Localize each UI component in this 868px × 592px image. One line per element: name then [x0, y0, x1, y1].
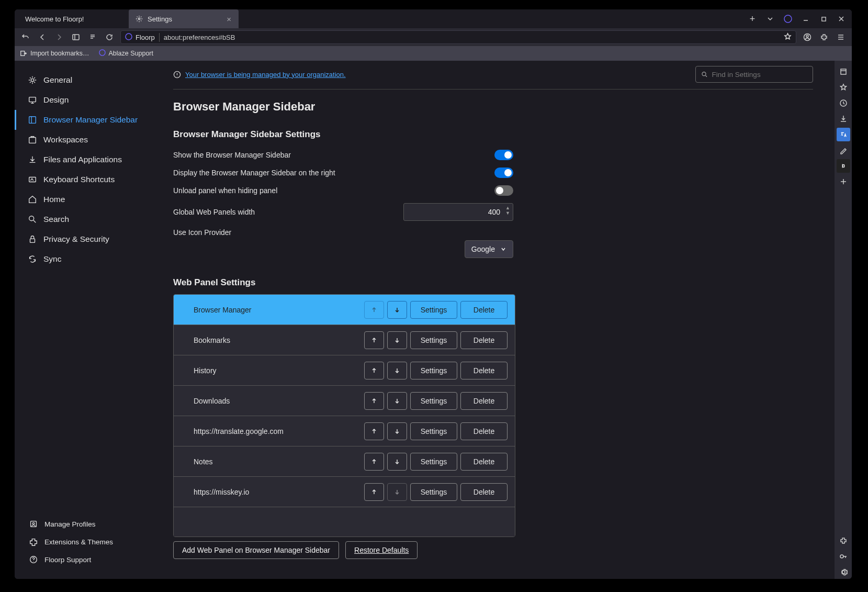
- panel-delete-button[interactable]: Delete: [460, 453, 508, 471]
- tabbar-right-controls: +: [746, 9, 852, 28]
- move-up-button[interactable]: [364, 392, 384, 410]
- identity-box[interactable]: Floorp: [125, 33, 160, 42]
- sidebar-item-general[interactable]: General: [15, 70, 152, 90]
- sidebar-item-sync[interactable]: Sync: [15, 249, 152, 269]
- panel-delete-button[interactable]: Delete: [460, 331, 508, 349]
- panel-row[interactable]: DownloadsSettingsDelete: [174, 386, 515, 416]
- move-down-button[interactable]: [387, 453, 407, 471]
- panel-settings-button[interactable]: Settings: [410, 483, 457, 501]
- sidebar-floorp-support[interactable]: Floorp Support: [15, 551, 152, 568]
- move-up-button[interactable]: [364, 362, 384, 379]
- sidebar-extensions-themes[interactable]: Extensions & Themes: [15, 533, 152, 551]
- sidebar-item-files-applications[interactable]: Files and Applications: [15, 150, 152, 170]
- rail-downloads-icon[interactable]: [837, 112, 850, 126]
- move-up-button[interactable]: [364, 483, 384, 501]
- rail-misskey-icon[interactable]: [837, 159, 850, 173]
- sidebar-toggle-button[interactable]: [68, 30, 84, 44]
- panel-name: https://translate.google.com: [194, 427, 361, 435]
- panel-delete-button[interactable]: Delete: [460, 392, 508, 410]
- restore-defaults-button[interactable]: Restore Defaults: [345, 541, 418, 559]
- add-web-panel-button[interactable]: Add Web Panel on Browser Manager Sidebar: [173, 541, 339, 559]
- panel-row[interactable]: BookmarksSettingsDelete: [174, 325, 515, 355]
- rail-add-button[interactable]: [837, 175, 850, 188]
- panel-settings-button[interactable]: Settings: [410, 301, 457, 319]
- panel-row[interactable]: HistorySettingsDelete: [174, 355, 515, 386]
- panel-row[interactable]: https://misskey.ioSettingsDelete: [174, 477, 515, 507]
- sidebar-item-workspaces[interactable]: Workspaces: [15, 130, 152, 150]
- panel-delete-button[interactable]: Delete: [460, 483, 508, 501]
- account-button[interactable]: [799, 30, 815, 44]
- sidebar-item-search[interactable]: Search: [15, 209, 152, 229]
- close-icon[interactable]: ×: [226, 15, 232, 24]
- panel-row[interactable]: NotesSettingsDelete: [174, 446, 515, 477]
- panel-row[interactable]: https://translate.google.comSettingsDele…: [174, 416, 515, 446]
- panel-settings-button[interactable]: Settings: [410, 331, 457, 349]
- rail-extensions-icon[interactable]: [837, 534, 850, 548]
- back-button[interactable]: [35, 30, 50, 44]
- sidebar-item-design[interactable]: Design: [15, 90, 152, 110]
- find-input[interactable]: [712, 71, 807, 79]
- move-down-button[interactable]: [387, 331, 407, 349]
- sidebar-item-keyboard-shortcuts[interactable]: Keyboard Shortcuts: [15, 170, 152, 189]
- content-header: Your browser is being managed by your or…: [173, 61, 813, 90]
- panel-delete-button[interactable]: Delete: [460, 362, 508, 379]
- forward-button[interactable]: [51, 30, 67, 44]
- toggle-unload-panel[interactable]: [494, 185, 513, 196]
- bookmark-star-icon[interactable]: [784, 32, 792, 42]
- sidebar-item-home[interactable]: Home: [15, 189, 152, 209]
- sidebar-item-label: Keyboard Shortcuts: [43, 175, 115, 184]
- reload-button[interactable]: [102, 30, 117, 44]
- icon-provider-dropdown[interactable]: Google: [465, 240, 513, 258]
- window-minimize-button[interactable]: [799, 13, 812, 25]
- url-bar[interactable]: Floorp about:preferences#bSB: [120, 30, 796, 44]
- toggle-show-sidebar[interactable]: [494, 150, 513, 160]
- move-down-button[interactable]: [387, 301, 407, 319]
- panel-delete-button[interactable]: Delete: [460, 422, 508, 440]
- rail-history-icon[interactable]: [837, 96, 850, 110]
- panel-name: Browser Manager: [194, 306, 361, 314]
- panel-delete-button[interactable]: Delete: [460, 301, 508, 319]
- sidebar-item-privacy-security[interactable]: Privacy & Security: [15, 229, 152, 249]
- ablaze-support-bookmark[interactable]: Ablaze Support: [99, 49, 153, 58]
- tab-welcome[interactable]: Welcome to Floorp!: [19, 9, 129, 28]
- move-up-button[interactable]: [364, 453, 384, 471]
- app-menu-button[interactable]: [833, 30, 849, 44]
- move-up-button[interactable]: [364, 331, 384, 349]
- tab-dropdown-button[interactable]: [764, 13, 776, 25]
- window-close-button[interactable]: [835, 13, 848, 25]
- sidebar-item-browser-manager-sidebar[interactable]: Browser Manager Sidebar: [15, 110, 152, 130]
- number-spinner-icon[interactable]: ▲▼: [505, 205, 510, 216]
- rail-translate-icon[interactable]: [837, 128, 850, 141]
- undo-close-tab-button[interactable]: [18, 30, 33, 44]
- move-down-button[interactable]: [387, 392, 407, 410]
- panel-settings-button[interactable]: Settings: [410, 362, 457, 379]
- toggle-sidebar-right[interactable]: [494, 167, 513, 178]
- panel-row[interactable]: Browser ManagerSettingsDelete: [174, 295, 515, 325]
- window-maximize-button[interactable]: [817, 13, 830, 25]
- reader-view-button[interactable]: [85, 30, 100, 44]
- panel-settings-button[interactable]: Settings: [410, 453, 457, 471]
- tab-settings[interactable]: Settings ×: [129, 9, 239, 28]
- tab-bar: Welcome to Floorp! Settings × +: [15, 9, 852, 28]
- panel-width-input[interactable]: [403, 203, 513, 221]
- import-bookmarks-button[interactable]: Import bookmarks…: [20, 50, 89, 57]
- new-tab-button[interactable]: +: [746, 13, 759, 25]
- ablaze-icon: [99, 49, 106, 58]
- move-down-button[interactable]: [387, 362, 407, 379]
- move-up-button: [364, 301, 384, 319]
- move-down-button[interactable]: [387, 422, 407, 440]
- extensions-button[interactable]: [816, 30, 832, 44]
- rail-key-icon[interactable]: [837, 550, 850, 563]
- panel-name: History: [194, 366, 361, 375]
- panel-settings-button[interactable]: Settings: [410, 392, 457, 410]
- managed-link[interactable]: Your browser is being managed by your or…: [185, 71, 346, 79]
- rail-settings-icon[interactable]: [837, 565, 850, 579]
- move-up-button[interactable]: [364, 422, 384, 440]
- rail-notes-icon[interactable]: [837, 143, 850, 157]
- rail-bookmarks-icon[interactable]: [837, 81, 850, 94]
- sidebar-manage-profiles[interactable]: Manage Profiles: [15, 515, 152, 533]
- find-in-settings[interactable]: [695, 66, 813, 83]
- browser-window: Welcome to Floorp! Settings × +: [15, 9, 852, 579]
- rail-browser-manager-icon[interactable]: [837, 65, 850, 79]
- panel-settings-button[interactable]: Settings: [410, 422, 457, 440]
